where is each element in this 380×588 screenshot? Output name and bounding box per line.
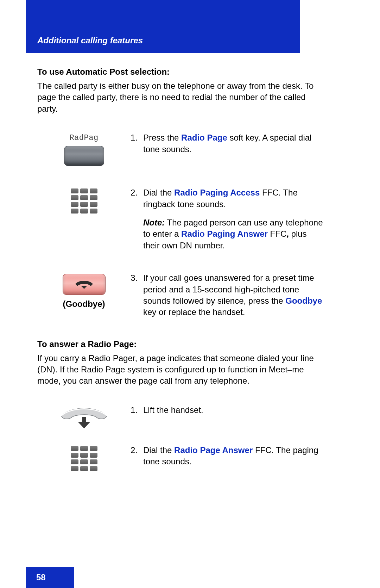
comma: ,	[286, 229, 289, 239]
note-label: Note:	[143, 218, 165, 227]
keypad-illustration	[37, 445, 131, 471]
text: FFC	[268, 229, 286, 239]
step-text: 1. Press the Radio Page soft key. A spec…	[131, 132, 323, 155]
step-text: 2. Dial the Radio Paging Access FFC. The…	[131, 187, 323, 251]
step-row: 1. Lift the handset.	[37, 404, 323, 431]
page-number-badge: 58	[26, 567, 74, 588]
section-heading: To answer a Radio Page:	[37, 339, 323, 349]
page-content: To use Automatic Post selection: The cal…	[37, 67, 323, 492]
text: Press the	[143, 133, 181, 142]
manual-page: Additional calling features To use Autom…	[0, 0, 380, 588]
hangup-icon	[74, 278, 94, 290]
step-number: 1.	[131, 404, 143, 416]
keyword-radio-page: Radio Page	[181, 133, 227, 142]
text: Dial the	[143, 188, 174, 197]
step-text: 2. Dial the Radio Page Answer FFC. The p…	[131, 445, 323, 468]
step-body: Lift the handset.	[143, 404, 323, 416]
goodbye-key-illustration: (Goodbye)	[37, 272, 131, 309]
keyword-goodbye: Goodbye	[285, 296, 322, 305]
keypad-icon	[71, 446, 97, 471]
step-row: 2. Dial the Radio Page Answer FFC. The p…	[37, 445, 323, 471]
keypad-illustration	[37, 187, 131, 213]
goodbye-button-icon	[63, 274, 106, 295]
step-text: 3. If your call goes unanswered for a pr…	[131, 272, 323, 318]
step-body: If your call goes unanswered for a prese…	[143, 272, 323, 318]
svg-marker-0	[81, 286, 87, 289]
keyword-radio-paging-answer: Radio Paging Answer	[181, 229, 268, 239]
softkey-button-icon	[64, 146, 104, 166]
section-breadcrumb: Additional calling features	[37, 36, 143, 45]
step-body: Press the Radio Page soft key. A special…	[143, 132, 323, 155]
softkey-illustration: RadPag	[37, 132, 131, 166]
softkey-display-label: RadPag	[69, 134, 98, 142]
step-number: 1.	[131, 132, 143, 155]
intro-paragraph: If you carry a Radio Pager, a page indic…	[37, 353, 323, 387]
step-number: 3.	[131, 272, 143, 318]
step-body: Dial the Radio Page Answer FFC. The pagi…	[143, 445, 323, 468]
text: key or replace the handset.	[143, 307, 245, 317]
section-heading: To use Automatic Post selection:	[37, 67, 323, 77]
goodbye-label: (Goodbye)	[63, 299, 105, 309]
step-number: 2.	[131, 445, 143, 468]
lift-handset-illustration	[37, 404, 131, 431]
svg-rect-2	[82, 417, 86, 423]
keypad-icon	[71, 188, 97, 213]
keyword-radio-page-answer: Radio Page Answer	[174, 445, 253, 455]
header-band: Additional calling features	[26, 0, 300, 53]
step-text: 1. Lift the handset.	[131, 404, 323, 416]
page-number: 58	[36, 572, 46, 582]
step-row: (Goodbye) 3. If your call goes unanswere…	[37, 272, 323, 318]
step-row: RadPag 1. Press the Radio Page soft key.…	[37, 132, 323, 166]
handset-lift-icon	[58, 406, 110, 431]
keyword-radio-paging-access: Radio Paging Access	[174, 188, 260, 197]
note-block: Note: The paged person can use any telep…	[143, 217, 323, 251]
step-body: Dial the Radio Paging Access FFC. The ri…	[143, 187, 323, 251]
intro-paragraph: The called party is either busy on the t…	[37, 80, 323, 114]
svg-marker-1	[78, 422, 90, 428]
step-row: 2. Dial the Radio Paging Access FFC. The…	[37, 187, 323, 251]
text: Dial the	[143, 445, 174, 455]
step-number: 2.	[131, 187, 143, 251]
